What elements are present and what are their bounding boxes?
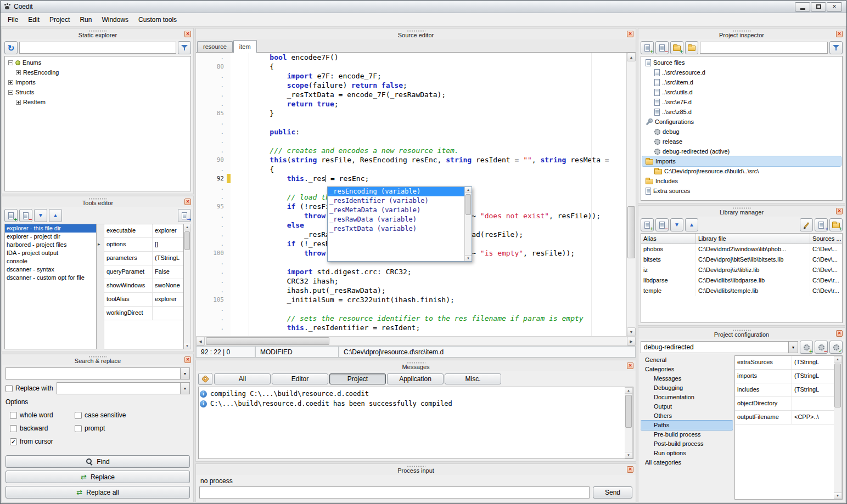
library-from-folder-button[interactable]: + xyxy=(829,218,843,231)
scroll-up-icon[interactable]: ▲ xyxy=(834,356,842,363)
drag-grip-icon[interactable] xyxy=(407,30,425,32)
completion-item[interactable]: _resRawData (variable) xyxy=(328,215,464,224)
category-item[interactable]: General xyxy=(641,355,733,365)
move-library-up-button[interactable]: ▲ xyxy=(685,218,698,231)
add-configuration-button[interactable]: + xyxy=(800,341,813,354)
tree-item[interactable]: Extra sources xyxy=(642,186,841,196)
move-tool-down-button[interactable]: ▼ xyxy=(34,209,47,222)
completion-item[interactable]: _resEncoding (variable) xyxy=(328,187,464,196)
table-row[interactable]: templeC:\Dev\dlibs\temple.libC:\Dev\r... xyxy=(641,286,842,296)
add-source-button[interactable]: + xyxy=(641,41,654,54)
checkbox-prompt[interactable]: prompt xyxy=(75,424,190,432)
menu-item-file[interactable]: File xyxy=(3,14,23,25)
tools-grid-scrollbar[interactable]: ▲▼ xyxy=(184,224,191,349)
panel-header[interactable]: Project configuration✕ xyxy=(638,328,845,339)
filter-project[interactable]: Project xyxy=(329,373,386,384)
add-library-button[interactable]: + xyxy=(641,218,654,231)
tree-item[interactable]: Imports xyxy=(642,156,841,166)
property-value[interactable] xyxy=(153,307,183,320)
category-item[interactable]: Debugging xyxy=(641,383,733,393)
expander-icon[interactable] xyxy=(8,80,13,85)
column-header[interactable]: Library file xyxy=(696,234,810,243)
process-input-field[interactable] xyxy=(199,486,590,499)
completion-item[interactable]: _resMetaData (variable) xyxy=(328,206,464,215)
scrollbar-thumb[interactable] xyxy=(625,395,632,428)
edit-library-button[interactable] xyxy=(800,218,813,231)
minimize-button[interactable] xyxy=(795,2,810,12)
panel-header[interactable]: Project inspector✕ xyxy=(638,29,845,39)
scroll-down-icon[interactable]: ▼ xyxy=(465,255,472,261)
close-button[interactable]: ✕ xyxy=(827,2,842,12)
checkbox-box[interactable] xyxy=(5,385,13,392)
table-row[interactable]: bitsetsC:\Dev\dproj\bitSet\lib\bitsets.l… xyxy=(641,254,842,265)
tree-item[interactable]: ResItem xyxy=(6,97,189,107)
configuration-combobox[interactable]: debug-redirected ▼ xyxy=(641,341,798,353)
refresh-button[interactable]: ↻ xyxy=(4,41,18,54)
scrollbar-thumb[interactable] xyxy=(206,337,329,345)
scrollbar-thumb[interactable] xyxy=(834,364,841,407)
replace-button[interactable]: ⇄Replace xyxy=(5,471,190,483)
open-folder-button[interactable] xyxy=(685,41,698,54)
checkbox-whole-word[interactable]: whole word xyxy=(10,411,75,419)
scroll-up-icon[interactable]: ▲ xyxy=(627,53,636,61)
clear-messages-button[interactable] xyxy=(198,373,212,385)
property-value[interactable]: False xyxy=(153,265,183,279)
replace-with-checkbox[interactable]: Replace with xyxy=(5,384,53,392)
checkbox-case-sensitive[interactable]: case sensitive xyxy=(75,411,190,419)
add-folder-button[interactable]: + xyxy=(670,41,683,54)
panel-close-button[interactable]: ✕ xyxy=(836,208,843,214)
panel-header[interactable]: Search & replace✕ xyxy=(2,354,193,365)
panel-close-button[interactable]: ✕ xyxy=(184,31,191,37)
category-item[interactable]: Documentation xyxy=(641,393,733,402)
library-from-file-button[interactable]: → xyxy=(815,218,828,231)
scroll-up-icon[interactable]: ▲ xyxy=(465,187,472,193)
checkbox-box[interactable] xyxy=(10,412,17,419)
property-value[interactable]: explorer xyxy=(153,293,183,307)
scroll-left-icon[interactable]: ◀ xyxy=(196,337,205,346)
tree-item[interactable]: ..\src\resource.d xyxy=(642,67,841,77)
tool-list-item[interactable]: explorer - this file dir xyxy=(5,224,96,233)
tree-item[interactable]: ..\src\z85.d xyxy=(642,107,841,117)
menu-item-windows[interactable]: Windows xyxy=(97,14,133,25)
remove-configuration-button[interactable]: − xyxy=(815,341,828,354)
column-header[interactable]: Alias xyxy=(641,234,696,243)
property-value[interactable]: [] xyxy=(153,238,183,252)
expander-icon[interactable] xyxy=(16,70,21,75)
tree-item[interactable]: Source files xyxy=(642,58,841,67)
drag-grip-icon[interactable] xyxy=(732,30,751,32)
drag-grip-icon[interactable] xyxy=(407,466,425,467)
category-item[interactable]: Others xyxy=(641,411,733,421)
expander-icon[interactable] xyxy=(8,90,13,95)
inspector-filter-input[interactable] xyxy=(700,42,828,54)
remove-tool-button[interactable]: − xyxy=(19,209,32,222)
remove-library-button[interactable]: − xyxy=(655,218,669,231)
filter-button[interactable] xyxy=(829,41,843,54)
tree-item[interactable]: debug-redirected (active) xyxy=(642,146,841,156)
completion-item[interactable]: _resTxtData (variable) xyxy=(328,224,464,234)
clone-configuration-button[interactable]: ✓ xyxy=(829,341,843,354)
tree-item[interactable]: Includes xyxy=(642,176,841,186)
move-library-down-button[interactable]: ▼ xyxy=(670,218,683,231)
drag-grip-icon[interactable] xyxy=(88,198,107,200)
scroll-down-icon[interactable]: ▼ xyxy=(184,343,190,349)
tool-list-item[interactable]: harbored - project files xyxy=(5,241,96,249)
property-value[interactable]: (TStringL xyxy=(792,370,834,383)
panel-close-button[interactable]: ✕ xyxy=(836,330,843,337)
scroll-right-icon[interactable]: ▶ xyxy=(627,337,636,346)
checkbox-box[interactable] xyxy=(10,425,17,432)
tree-item[interactable]: release xyxy=(642,137,841,146)
dropdown-button[interactable]: ▼ xyxy=(788,342,798,353)
tree-item[interactable]: Enums xyxy=(6,58,189,67)
drag-grip-icon[interactable] xyxy=(407,362,425,364)
tool-list-item[interactable]: dscanner - syntax xyxy=(5,265,96,274)
tool-list-item[interactable]: IDA - project output xyxy=(5,249,96,257)
panel-header[interactable]: Source editor✕ xyxy=(196,29,636,39)
menu-item-project[interactable]: Project xyxy=(44,14,75,25)
checkbox-box[interactable]: ✓ xyxy=(10,438,17,445)
panel-close-button[interactable]: ✕ xyxy=(627,363,633,369)
replace-input[interactable] xyxy=(57,383,180,394)
editor-horizontal-scrollbar[interactable]: ◀ ▶ xyxy=(196,336,636,346)
tool-list-item[interactable]: console xyxy=(5,257,96,265)
category-item[interactable]: Run options xyxy=(641,449,733,458)
scrollbar-thumb[interactable] xyxy=(184,231,190,250)
